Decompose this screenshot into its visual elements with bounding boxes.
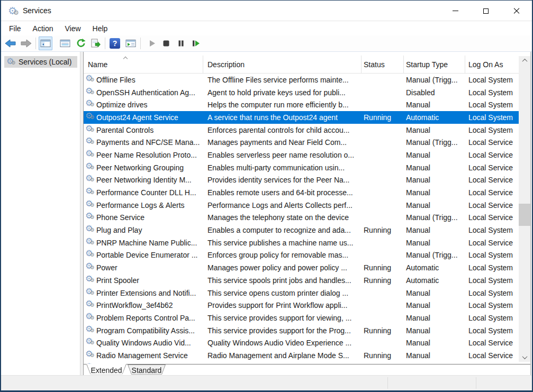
service-startup-type-cell: Manual bbox=[404, 314, 465, 322]
vertical-scrollbar[interactable] bbox=[519, 56, 530, 362]
table-row[interactable]: ⚙⚙Offline FilesThe Offline Files service… bbox=[84, 74, 519, 86]
service-log-on-as-cell: Local System bbox=[465, 251, 519, 259]
column-header-status[interactable]: Status bbox=[362, 56, 404, 73]
gear-small-icon: ⚙ bbox=[90, 227, 95, 233]
table-row[interactable]: ⚙⚙Peer Networking Identity M...Provides … bbox=[84, 174, 519, 187]
gear-small-icon: ⚙ bbox=[90, 165, 95, 170]
table-row[interactable]: ⚙⚙Portable Device Enumerator ...Enforces… bbox=[84, 249, 519, 262]
sidebar-item-services-local[interactable]: ⚙⚙ Services (Local) bbox=[4, 56, 77, 68]
table-row[interactable]: ⚙⚙Performance Counter DLL H...Enables re… bbox=[84, 186, 519, 199]
menu-item-view[interactable]: View bbox=[59, 23, 86, 34]
table-row[interactable]: ⚙⚙PowerManages power policy and power po… bbox=[84, 261, 519, 274]
gear-small-icon: ⚙ bbox=[90, 340, 95, 345]
show-console-tree-button[interactable] bbox=[39, 37, 52, 50]
service-name-cell: Performance Logs & Alerts bbox=[96, 201, 203, 209]
gear-small-icon: ⚙ bbox=[90, 240, 95, 245]
table-row[interactable]: ⚙⚙Peer Name Resolution Proto...Enables s… bbox=[84, 149, 519, 161]
service-startup-type-cell: Manual bbox=[404, 301, 465, 309]
table-row[interactable]: ⚙⚙Phone ServiceManages the telephony sta… bbox=[84, 212, 519, 224]
service-log-on-as-cell: Local Service bbox=[465, 138, 519, 147]
column-header-name[interactable]: Name bbox=[84, 56, 203, 73]
chevron-down-icon bbox=[522, 354, 527, 359]
service-description-cell: Enables a computer to recognize and ada.… bbox=[203, 226, 362, 234]
services-window: ⚙⚙ Services File Action View Help bbox=[0, 0, 533, 392]
service-startup-type-cell: Manual (Trigg... bbox=[404, 138, 465, 147]
content-area: ⚙⚙ Services (Local) Name Description Sta… bbox=[1, 52, 532, 375]
toolbar: ? bbox=[1, 35, 532, 52]
service-gear-icon: ⚙⚙ bbox=[85, 149, 94, 159]
table-row[interactable]: ⚙⚙Print SpoolerThis service spools print… bbox=[84, 274, 519, 287]
service-name-cell: Peer Name Resolution Proto... bbox=[96, 151, 203, 159]
service-gear-icon: ⚙⚙ bbox=[85, 174, 94, 184]
service-startup-type-cell: Automatic bbox=[404, 113, 465, 122]
scrollbar-thumb[interactable] bbox=[519, 204, 530, 226]
menu-item-action[interactable]: Action bbox=[27, 23, 59, 34]
table-row[interactable]: ⚙⚙Plug and PlayEnables a computer to rec… bbox=[84, 224, 519, 236]
service-log-on-as-cell: Local Service bbox=[465, 201, 519, 209]
table-row[interactable]: ⚙⚙Radio Management ServiceRadio Manageme… bbox=[84, 349, 519, 362]
service-log-on-as-cell: Local Service bbox=[465, 151, 519, 159]
service-name-cell: Problem Reports Control Pa... bbox=[96, 314, 203, 322]
start-service-button[interactable] bbox=[146, 37, 159, 50]
scrollbar-up-button[interactable] bbox=[519, 56, 530, 65]
maximize-button[interactable] bbox=[471, 1, 501, 21]
column-header-description[interactable]: Description bbox=[203, 56, 362, 73]
gear-small-icon: ⚙ bbox=[11, 60, 16, 66]
service-log-on-as-cell: Local System bbox=[465, 326, 519, 335]
table-row[interactable]: ⚙⚙Problem Reports Control Pa...This serv… bbox=[84, 312, 519, 324]
table-row[interactable]: ⚙⚙OpenSSH Authentication Ag...Agent to h… bbox=[84, 86, 519, 99]
pause-icon bbox=[177, 40, 185, 47]
menu-item-file[interactable]: File bbox=[3, 23, 27, 34]
service-cell-icon: ⚙⚙ bbox=[84, 99, 96, 111]
service-gear-icon: ⚙⚙ bbox=[85, 124, 94, 134]
service-description-cell: Enables remote users and 64-bit processe… bbox=[203, 188, 362, 197]
gear-small-icon: ⚙ bbox=[90, 315, 95, 321]
play-icon bbox=[149, 40, 156, 47]
show-action-pane-button[interactable] bbox=[124, 37, 138, 50]
service-cell-icon: ⚙⚙ bbox=[84, 237, 96, 249]
service-name-cell: Peer Networking Identity M... bbox=[96, 176, 203, 184]
table-row[interactable]: ⚙⚙Peer Networking GroupingEnables multi-… bbox=[84, 161, 519, 174]
forward-button[interactable] bbox=[19, 37, 33, 50]
service-gear-icon: ⚙⚙ bbox=[85, 275, 94, 285]
restart-service-button[interactable] bbox=[189, 37, 203, 50]
service-cell-icon: ⚙⚙ bbox=[84, 87, 96, 98]
table-row[interactable]: ⚙⚙PNRP Machine Name Public...This servic… bbox=[84, 236, 519, 249]
table-row[interactable]: ⚙⚙Performance Logs & AlertsPerformance L… bbox=[84, 199, 519, 212]
service-description-cell: Quality Windows Audio Video Experience .… bbox=[203, 339, 362, 347]
table-row[interactable]: ⚙⚙Program Compatibility Assis...This ser… bbox=[84, 324, 519, 337]
table-row[interactable]: ⚙⚙Parental ControlsEnforces parental con… bbox=[84, 124, 519, 136]
menu-item-help[interactable]: Help bbox=[87, 23, 114, 34]
table-row[interactable]: ⚙⚙PrintWorkflow_3ef4b62Provides support … bbox=[84, 299, 519, 312]
gear-small-icon: ⚙ bbox=[90, 102, 95, 107]
close-button[interactable] bbox=[501, 1, 532, 21]
table-row[interactable]: ⚙⚙Payments and NFC/SE Mana...Manages pay… bbox=[84, 136, 519, 149]
service-cell-icon: ⚙⚙ bbox=[84, 149, 96, 161]
stop-service-button[interactable] bbox=[159, 37, 173, 50]
column-header-log-on-as[interactable]: Log On As bbox=[465, 56, 519, 73]
pause-service-button[interactable] bbox=[174, 37, 188, 50]
table-row[interactable]: ⚙⚙Outpost24 Agent ServiceA service that … bbox=[84, 111, 519, 124]
column-header-startup-type[interactable]: Startup Type bbox=[404, 56, 465, 73]
gear-small-icon: ⚙ bbox=[90, 139, 95, 145]
export-list-button[interactable] bbox=[88, 37, 102, 50]
scrollbar-down-button[interactable] bbox=[519, 353, 530, 362]
service-gear-icon: ⚙⚙ bbox=[85, 262, 94, 272]
minimize-button[interactable] bbox=[440, 1, 471, 21]
table-row[interactable]: ⚙⚙Optimize drivesHelps the computer run … bbox=[84, 98, 519, 111]
service-log-on-as-cell: Local Service bbox=[465, 188, 519, 197]
help-button[interactable]: ? bbox=[108, 37, 122, 50]
service-log-on-as-cell: Local Service bbox=[465, 163, 519, 172]
table-row[interactable]: ⚙⚙Quality Windows Audio Vid...Quality Wi… bbox=[84, 336, 519, 349]
table-row[interactable]: ⚙⚙Printer Extensions and Notifi...This s… bbox=[84, 287, 519, 299]
service-gear-icon: ⚙⚙ bbox=[85, 350, 94, 360]
gear-small-icon: ⚙ bbox=[90, 302, 95, 308]
refresh-button[interactable] bbox=[74, 37, 88, 50]
properties-button[interactable] bbox=[58, 37, 72, 50]
back-button[interactable] bbox=[4, 37, 17, 50]
service-gear-icon: ⚙⚙ bbox=[85, 162, 94, 172]
status-bar bbox=[1, 375, 532, 390]
service-cell-icon: ⚙⚙ bbox=[84, 275, 96, 286]
service-startup-type-cell: Manual bbox=[404, 176, 465, 184]
service-gear-icon: ⚙⚙ bbox=[85, 99, 94, 109]
